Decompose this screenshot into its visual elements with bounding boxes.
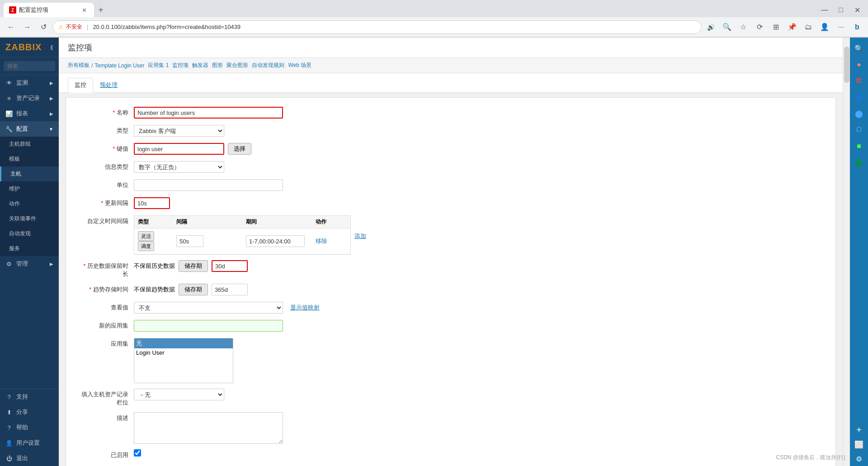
sidebar-item-share[interactable]: ⬆ 分享 [0,404,59,420]
right-extension-icon[interactable]: ● [852,57,866,72]
description-textarea[interactable] [134,412,283,444]
refresh-nav-button[interactable]: ⟳ [752,20,767,34]
more-button[interactable]: ··· [834,20,848,34]
sidebar-item-monitor[interactable]: 👁 监测 ▶ [0,75,59,90]
populate-select[interactable]: －无 [134,389,224,400]
trend-value-input[interactable] [212,284,248,295]
profile-button[interactable]: 👤 [817,20,832,34]
unit-input[interactable] [134,179,283,191]
breadcrumb-triggers[interactable]: 触发器 [192,62,208,69]
new-tab-button[interactable]: + [94,3,108,17]
sidebar-item-correlation[interactable]: 关联项事件 [0,211,59,226]
right-toolbox-icon[interactable]: 🛠 [852,74,866,88]
tab-monitor[interactable]: 监控 [68,78,93,93]
key-select-button[interactable]: 选择 [228,143,251,155]
breadcrumb-monitor-items[interactable]: 监控项 [172,62,189,69]
sidebar-item-templates[interactable]: 模板 [0,152,59,166]
scrollbar[interactable] [843,38,850,466]
enabled-checkbox[interactable] [134,449,141,456]
type-select[interactable]: Zabbix 客户端 Zabbix 主动式 SNMP v1 SNMP v2 [134,125,224,137]
pin-button[interactable]: 📌 [785,20,799,34]
minimize-button[interactable]: — [817,3,832,17]
enabled-label: 已启用 [80,449,134,459]
interval-col-type: 类型 [134,217,173,227]
edge-button[interactable]: b [850,20,864,34]
lookup-select[interactable]: 不支 [134,302,283,314]
right-color-icon[interactable]: ■ [852,139,866,153]
sidebar-item-maintenance[interactable]: 维护 [0,181,59,196]
unit-row: 单位 [80,179,822,192]
sidebar-sub-label: 主机 [10,170,21,178]
sidebar-item-assets[interactable]: ≡ 资产记录 ▶ [0,90,59,106]
sidebar-search-input[interactable] [4,61,55,71]
breadcrumb-all-templates[interactable]: 所有模板 [68,62,90,69]
info-type-select[interactable]: 数字（无正负） 浮点数 字符 日志 文本 [134,161,224,173]
sidebar-item-reports[interactable]: 📊 报表 ▶ [0,106,59,121]
favorites-button[interactable]: ☆ [736,20,750,34]
chevron-icon: ▶ [50,81,53,86]
sidebar-item-discovery[interactable]: 自动发现 [0,226,59,241]
right-circle-icon[interactable]: ⬤ [852,106,866,121]
tab-close-button[interactable]: ✕ [80,6,89,14]
sidebar-item-hosts[interactable]: 主机 [0,166,59,181]
interval-type-schedule-btn[interactable]: 调度 [138,241,154,251]
right-add-icon[interactable]: + [852,423,866,437]
trend-store-btn[interactable]: 储存期 [179,284,208,295]
right-settings-icon[interactable]: ⚙ [852,452,866,466]
interval-type-flexible-btn[interactable]: 灵活 [138,231,154,241]
breadcrumb-auto-discovery[interactable]: 自动发现规则 [252,62,284,69]
unit-field [134,179,822,191]
sidebar-item-config[interactable]: 🔧 配置 ▼ [0,121,59,137]
interval-period-input[interactable] [246,235,305,247]
maximize-button[interactable]: □ [834,3,848,17]
sidebar-item-label: 报表 [16,109,28,118]
right-resize-icon[interactable]: ⬜ [852,437,866,452]
interval-value-input[interactable] [176,235,203,247]
sidebar-item-services[interactable]: 服务 [0,241,59,256]
watermark: CSDN @摸鱼石，嗟汝亦(行) [776,454,845,461]
browser-chrome: Z 配置监控项 ✕ + — □ ✕ ← → ↺ ⚠ 不安全 | 20.0.0.1… [0,0,868,38]
collections-button[interactable]: 🗂 [801,20,816,34]
chevron-icon: ▶ [50,111,53,116]
history-value-input[interactable] [212,260,248,272]
address-bar[interactable]: ⚠ 不安全 | 20.0.0.100/zabbix/items.php?form… [52,20,702,34]
name-label: 名称 [80,107,134,117]
right-outlook-icon[interactable]: O [852,123,866,137]
sidebar-item-logout[interactable]: ⏻ 退出 [0,451,59,466]
read-aloud-button[interactable]: 🔊 [703,20,718,34]
scrollbar-thumb[interactable] [844,47,849,83]
history-store-btn[interactable]: 储存期 [179,260,208,272]
key-input[interactable] [134,143,224,155]
sidebar-item-actions[interactable]: 动作 [0,196,59,211]
right-search-icon[interactable]: 🔍 [852,41,866,56]
sidebar-item-user-settings[interactable]: 👤 用户设置 [0,435,59,451]
right-user-icon[interactable]: 👤 [852,90,866,105]
new-app-input[interactable] [134,320,283,332]
interval-remove-link[interactable]: 移除 [316,238,327,244]
search-button[interactable]: 🔍 [720,20,734,34]
active-tab[interactable]: Z 配置监控项 ✕ [4,3,94,17]
sidebar-item-hostgroups[interactable]: 主机群组 [0,137,59,152]
update-interval-input[interactable] [134,197,170,209]
breadcrumb-combined-graphs[interactable]: 聚合图形 [226,62,248,69]
refresh-button[interactable]: ↺ [36,20,51,34]
add-interval-link[interactable]: 添加 [354,233,366,239]
name-input[interactable] [134,107,283,119]
back-button[interactable]: ← [4,20,18,34]
breadcrumb-app-set[interactable]: 应用集 1 [148,62,169,69]
right-tree-icon[interactable]: 🌲 [852,155,866,170]
logo-collapse[interactable]: ⟪ [50,44,53,51]
sidebar-item-support[interactable]: ? 支持 [0,389,59,404]
breadcrumb-graphs[interactable]: 图形 [212,62,223,69]
breadcrumb-template-login-user[interactable]: Template Login User [94,62,144,69]
split-view-button[interactable]: ⊞ [769,20,783,34]
populate-label: 填入主机资产记录栏位 [80,389,134,407]
forward-button[interactable]: → [20,20,34,34]
tab-preprocess[interactable]: 预处理 [93,78,124,92]
sidebar-item-admin[interactable]: ⚙ 管理 ▶ [0,256,59,271]
breadcrumb-web-scenarios[interactable]: Web 场景 [288,62,311,69]
show-value-map-link[interactable]: 显示值映射 [290,304,320,312]
sidebar-item-help[interactable]: ? 帮助 [0,420,59,435]
app-select[interactable]: 无 Login User [134,338,233,383]
close-window-button[interactable]: ✕ [850,3,864,17]
